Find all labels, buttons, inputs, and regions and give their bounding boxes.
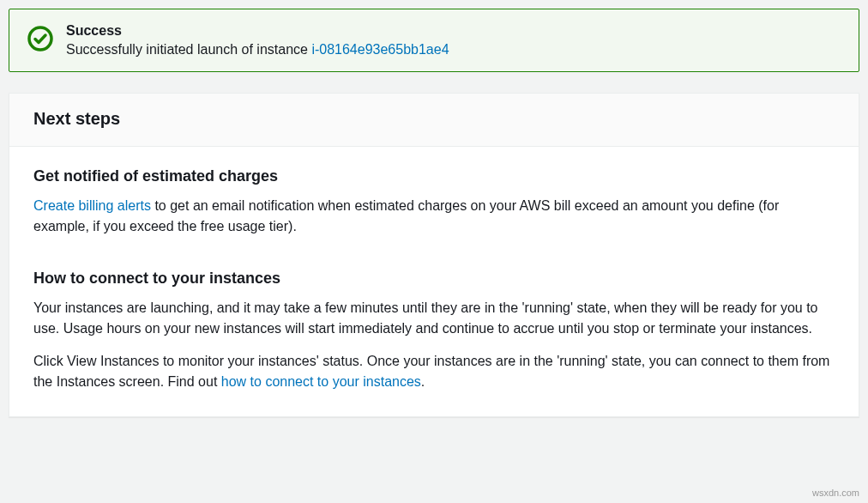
watermark: wsxdn.com	[812, 488, 859, 498]
panel-header: Next steps	[9, 94, 859, 147]
success-message-text: Successfully initiated launch of instanc…	[66, 42, 311, 57]
success-message: Successfully initiated launch of instanc…	[66, 42, 449, 58]
success-icon	[27, 23, 54, 56]
panel-heading: Next steps	[33, 109, 835, 129]
instance-id-link[interactable]: i-08164e93e65bb1ae4	[311, 42, 449, 57]
success-text-block: Success Successfully initiated launch of…	[66, 23, 449, 58]
section-connect-para1: Your instances are launching, and it may…	[33, 298, 835, 339]
next-steps-panel: Next steps Get notified of estimated cha…	[9, 93, 859, 417]
section-billing-heading: Get notified of estimated charges	[33, 167, 835, 185]
success-title: Success	[66, 23, 449, 39]
section-connect: How to connect to your instances Your in…	[33, 270, 835, 392]
section-billing-text: Create billing alerts to get an email no…	[33, 196, 835, 237]
success-banner: Success Successfully initiated launch of…	[9, 9, 859, 72]
section-billing: Get notified of estimated charges Create…	[33, 167, 835, 237]
section-connect-para2-prefix: Click View Instances to monitor your ins…	[33, 354, 829, 389]
section-connect-heading: How to connect to your instances	[33, 270, 835, 288]
section-connect-para2-suffix: .	[421, 374, 425, 389]
section-connect-para2: Click View Instances to monitor your ins…	[33, 351, 835, 392]
create-billing-alerts-link[interactable]: Create billing alerts	[33, 198, 151, 213]
how-to-connect-link[interactable]: how to connect to your instances	[221, 374, 421, 389]
panel-body: Get notified of estimated charges Create…	[9, 147, 859, 416]
